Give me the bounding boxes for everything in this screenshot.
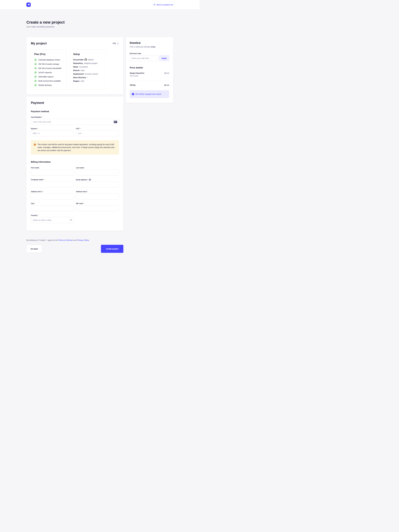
project-card-title: My project xyxy=(31,42,47,45)
plan-box: Plan (Pro) Unlimited database entries 25… xyxy=(31,50,67,90)
plan-feature-label: 250 GB of assets storage xyxy=(38,63,59,65)
invoice-card: Invoice This is what you will pay today … xyxy=(126,37,173,103)
country-select[interactable]: Select or enter a value xyxy=(31,217,74,223)
page-subtitle: Lets create something awesome! xyxy=(26,26,173,28)
plan-feature: Multi-environment available xyxy=(34,80,63,82)
country-label: Country* xyxy=(31,215,74,216)
address-line-2-input[interactable] xyxy=(76,193,119,199)
payment-method-title: Payment method xyxy=(31,110,119,113)
city-field: City* xyxy=(31,203,74,211)
back-to-projects-link[interactable]: Back to projects list xyxy=(153,4,173,6)
zip-code-label: ZIP code* xyxy=(76,203,119,204)
required-marker: * xyxy=(87,179,88,181)
address-line-2-label: Address line 2 xyxy=(76,191,119,193)
payment-card: Payment Payment method Card Number* xyxy=(26,96,123,231)
setup-row-git-provider: Git provider GitHub xyxy=(73,58,102,61)
first-name-label: First name xyxy=(31,167,74,169)
strapi-logo-icon xyxy=(26,2,31,7)
first-name-input[interactable] xyxy=(31,170,74,175)
company-name-label: Company name* xyxy=(31,179,74,181)
apply-discount-button[interactable]: Apply xyxy=(159,55,169,61)
chevron-down-icon xyxy=(70,220,72,221)
edit-project-button[interactable]: Edit xyxy=(113,42,119,44)
last-name-input[interactable] xyxy=(76,170,119,175)
edit-button-label: Edit xyxy=(113,42,116,44)
required-marker: * xyxy=(42,116,42,118)
top-navigation-bar: Back to projects list xyxy=(0,0,199,9)
address-line-1-field: Address line 1* xyxy=(31,191,74,199)
required-marker: * xyxy=(37,128,38,130)
card-number-input[interactable] xyxy=(31,119,119,125)
last-name-label: Last name xyxy=(76,167,119,169)
setup-row-name: Name my-project xyxy=(73,66,102,68)
my-project-card: My project Edit Plan (Pro) xyxy=(26,37,123,94)
setup-box-title: Setup xyxy=(73,53,102,56)
info-icon[interactable] xyxy=(89,179,91,181)
cvc-input[interactable] xyxy=(76,130,119,136)
plan-feature-label: Selectable regions xyxy=(38,76,53,78)
discount-code-input[interactable] xyxy=(130,55,158,61)
check-circle-icon xyxy=(34,75,37,78)
plan-feature: Unlimited database entries xyxy=(34,58,63,61)
info-circle-icon xyxy=(132,93,134,95)
setup-row-base-directory: Base directory / xyxy=(73,76,102,79)
company-name-input[interactable] xyxy=(31,181,74,187)
total-label: TOTAL xyxy=(130,84,136,86)
setup-box: Setup Git provider GitHub Repository str… xyxy=(70,50,106,90)
terms-of-service-link[interactable]: Terms of Service xyxy=(59,239,73,241)
plan-feature: Weekly backups xyxy=(34,84,63,87)
required-marker: * xyxy=(44,179,44,181)
check-circle-icon xyxy=(34,63,37,65)
plan-box-title: Plan (Pro) xyxy=(34,53,63,56)
plan-feature-label: 1M API requests xyxy=(38,71,52,74)
cvc-label: CVC* xyxy=(76,128,119,130)
card-number-label: Card Number* xyxy=(31,116,119,118)
setup-row-region: Region USA xyxy=(73,80,102,82)
first-name-field: First name xyxy=(31,167,74,175)
city-input[interactable] xyxy=(31,205,74,211)
pencil-icon xyxy=(117,42,119,44)
terms-agreement-text: By clicking on "Create", I agree to the … xyxy=(26,239,173,241)
required-marker: * xyxy=(83,203,84,204)
check-circle-icon xyxy=(34,67,37,70)
line-item-name: Strapi Cloud Pro xyxy=(130,72,144,74)
strapi-logo[interactable] xyxy=(26,2,31,7)
required-marker: * xyxy=(38,215,38,216)
country-select-placeholder: Select or enter a value xyxy=(33,219,52,221)
email-address-field: Email address* xyxy=(76,179,119,187)
warning-icon xyxy=(34,144,36,146)
price-line-item: Strapi Cloud Pro This month $8.04 xyxy=(130,72,169,77)
discount-code-label: Discount code xyxy=(130,53,169,54)
check-circle-icon xyxy=(34,71,37,74)
invoice-title: Invoice xyxy=(130,41,169,45)
create-project-button[interactable]: Create project xyxy=(101,245,123,253)
setup-row-deployment: Deployment At every commit xyxy=(73,73,102,75)
next-month-charge-text: $75 will be charged next month. xyxy=(136,93,162,95)
line-item-amount: $8.04 xyxy=(164,72,169,77)
zip-code-field: ZIP code* xyxy=(76,203,119,211)
payment-title: Payment xyxy=(31,101,119,105)
card-usage-warning-text: The chosen card will be used for all pro… xyxy=(38,143,116,152)
email-address-input[interactable] xyxy=(76,182,119,187)
total-amount: $8.04 xyxy=(164,84,169,86)
check-circle-icon xyxy=(34,80,37,82)
plan-feature: Selectable regions xyxy=(34,75,63,78)
country-field: Country* Select or enter a value xyxy=(31,215,74,223)
email-address-label: Email address* xyxy=(76,179,119,181)
expires-label: Expires* xyxy=(31,128,74,130)
back-arrow-icon xyxy=(153,4,155,6)
go-back-button[interactable]: Go back xyxy=(26,245,42,253)
setup-row-repository: Repository strapi/my-project xyxy=(73,62,102,64)
address-line-1-input[interactable] xyxy=(31,193,74,199)
billing-information-title: Billing information xyxy=(31,161,119,163)
privacy-policy-link[interactable]: Privacy Policy xyxy=(77,239,89,241)
plan-feature: 250 GB of assets storage xyxy=(34,63,63,65)
zip-code-input[interactable] xyxy=(76,205,119,211)
page-title: Create a new project xyxy=(26,20,173,25)
required-marker: * xyxy=(80,128,80,130)
expires-input[interactable] xyxy=(31,130,74,136)
company-name-field: Company name* xyxy=(31,179,74,187)
required-marker: * xyxy=(34,203,35,204)
required-marker: * xyxy=(42,191,43,193)
price-details-title: Price details xyxy=(130,66,169,69)
